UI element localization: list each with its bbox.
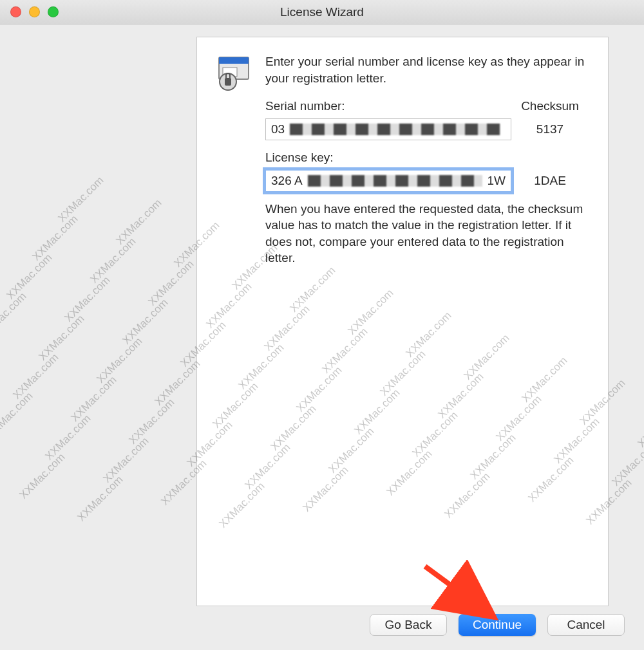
license-key-label: License key:: [265, 149, 511, 166]
watermark-text: XXMac.com: [609, 438, 644, 489]
serial-number-label: Serial number:: [265, 98, 511, 115]
license-app-icon: [216, 53, 254, 91]
serial-number-redacted: [290, 124, 500, 135]
watermark-text: XXMac.com: [635, 400, 644, 450]
watermark-text: XXMac.com: [17, 451, 68, 502]
help-text: When you have entered the requested data…: [265, 201, 589, 267]
watermark-text: XXMac.com: [43, 413, 93, 463]
license-wizard-window: License Wizard Enter your serial number …: [0, 0, 644, 650]
watermark-text: XXMac.com: [55, 174, 106, 225]
watermark-text: XXMac.com: [120, 297, 171, 348]
serial-number-checksum: 5137: [511, 121, 589, 138]
svg-rect-4: [225, 78, 231, 86]
serial-number-visible-text: 03: [271, 121, 285, 138]
checksum-header: Checksum: [511, 98, 589, 115]
license-key-field[interactable]: 326 A 1W: [265, 170, 511, 192]
continue-button[interactable]: Continue: [459, 614, 536, 636]
svg-rect-1: [219, 57, 249, 64]
license-key-visible-text: 326 A: [271, 172, 303, 189]
license-key-suffix-text: 1W: [488, 172, 506, 189]
button-bar: Go Back Continue Cancel: [370, 614, 625, 636]
serial-number-field[interactable]: 03: [265, 118, 511, 140]
watermark-text: XXMac.com: [0, 390, 35, 441]
watermark-text: XXMac.com: [75, 474, 126, 525]
title-bar: License Wizard: [0, 0, 644, 24]
watermark-text: XXMac.com: [100, 435, 151, 486]
watermark-text: XXMac.com: [30, 213, 80, 264]
watermark-text: XXMac.com: [68, 374, 119, 425]
wizard-panel: Enter your serial number and license key…: [196, 37, 609, 606]
watermark-text: XXMac.com: [146, 258, 196, 309]
watermark-text: XXMac.com: [4, 252, 55, 302]
license-key-redacted: [308, 175, 482, 187]
instruction-text: Enter your serial number and license key…: [265, 53, 589, 86]
watermark-text: XXMac.com: [62, 274, 113, 325]
watermark-text: XXMac.com: [152, 358, 203, 409]
watermark-text: XXMac.com: [94, 335, 145, 386]
watermark-text: XXMac.com: [88, 236, 138, 286]
watermark-text: XXMac.com: [126, 396, 177, 447]
window-title: License Wizard: [0, 5, 644, 19]
watermark-text: XXMac.com: [113, 197, 164, 248]
watermark-text: XXMac.com: [0, 290, 29, 341]
go-back-button[interactable]: Go Back: [370, 614, 447, 636]
cancel-button[interactable]: Cancel: [547, 614, 625, 636]
watermark-text: XXMac.com: [10, 351, 61, 402]
watermark-text: XXMac.com: [36, 313, 87, 364]
license-key-checksum: 1DAE: [511, 172, 589, 189]
